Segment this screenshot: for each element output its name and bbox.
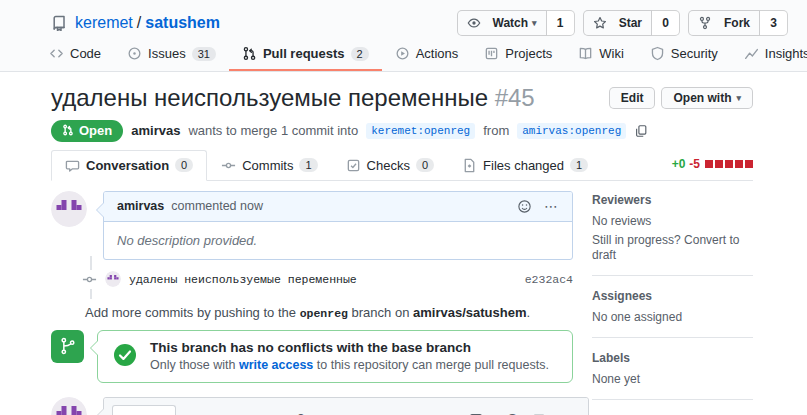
repo-actions: Watch ▾ 1 Star 0 [457,10,788,36]
labels-title[interactable]: Labels [592,351,753,365]
commit-message-link[interactable]: удалены неиспользуемые переменные [129,273,357,286]
nav-label: Actions [416,46,459,61]
tab-checks[interactable]: Checks 0 [332,150,448,181]
tab-files-changed[interactable]: Files changed 1 [448,150,602,181]
repo-header: keremet / satushem Watch ▾ 1 [0,0,807,72]
commit-icon [221,158,236,173]
project-icon [484,46,499,61]
timeline-column: amirvas commented now [51,191,573,415]
status-badge: Open [51,120,123,142]
pr-tabs: Conversation 0 Commits 1 Checks 0 Files … [51,150,753,181]
nav-label: Security [671,46,718,61]
write-access-link[interactable]: write access [239,358,313,372]
sidebar-section-labels: Labels None yet [592,349,753,400]
watch-count[interactable]: 1 [547,10,575,36]
graph-icon [744,46,759,61]
nav-tab-wiki[interactable]: Wiki [565,39,637,71]
diff-block [735,160,743,168]
merge-note-pre: Only those with [150,358,235,372]
star-label: Star [619,13,642,33]
repo-icon [51,15,67,31]
merge-status-note: Only those with write access to this rep… [150,358,558,372]
kebab-icon[interactable]: ⋯ [544,199,559,213]
pr-description-comment: amirvas commented now [51,191,573,260]
main-content: удалены неиспользуемые переменные #45 Ed… [0,72,807,415]
sidebar-section-reviewers: Reviewers No reviews Still in progress? … [592,191,753,276]
nav-tab-projects[interactable]: Projects [471,39,565,71]
pr-number: #45 [495,84,535,111]
commit-avatar[interactable] [105,271,121,287]
comment-body: No description provided. [104,222,572,259]
labels-empty: None yet [592,372,753,387]
commit-timeline: удалены неиспользуемые переменные e232ac… [51,260,573,297]
checks-icon [346,158,361,173]
page-title: удалены неиспользуемые переменные #45 [51,84,535,113]
nav-label: Wiki [599,46,624,61]
comment-editor: Write Preview H B I [51,397,573,415]
repo-owner-link[interactable]: keremet [75,14,133,32]
commit-sha-link[interactable]: e232ac4 [525,273,573,286]
head-ref-label: amirvas:openreg [517,123,626,139]
watch-label: Watch [493,13,529,33]
tab-label: Conversation [86,158,169,173]
git-branch-icon [51,330,84,363]
tab-label: Commits [242,158,293,173]
push-hint-branch: openreg [300,307,348,320]
merge-status: This branch has no conflicts with the ba… [51,330,573,383]
watch-button-group: Watch ▾ 1 [457,10,575,36]
comment-author-link[interactable]: amirvas [117,199,164,213]
reviewers-title[interactable]: Reviewers [592,193,753,207]
base-ref-label: keremet:openreg [366,123,475,139]
push-hint: Add more commits by pushing to the openr… [51,305,573,320]
smiley-icon[interactable] [517,199,532,214]
nav-label: Projects [505,46,552,61]
diff-block [725,160,733,168]
fork-button[interactable]: Fork [688,10,760,36]
tab-commits[interactable]: Commits 1 [207,150,331,181]
open-with-button[interactable]: Open with ▾ [661,87,753,109]
avatar[interactable] [51,397,87,415]
file-diff-icon [462,158,477,173]
nav-tab-actions[interactable]: Actions [382,39,472,71]
copy-icon[interactable] [634,124,648,138]
issue-icon [127,46,142,61]
comment-header-actions: ⋯ [517,199,559,214]
eye-icon [467,16,481,30]
nav-tab-pull-requests[interactable]: Pull requests 2 [229,39,382,71]
issues-counter: 31 [192,47,216,61]
tab-conversation[interactable]: Conversation 0 [51,150,207,181]
repo-name-link[interactable]: satushem [145,14,220,32]
editor-header: Write Preview H B I [104,398,588,415]
nav-tab-security[interactable]: Security [637,39,731,71]
nav-tab-insights[interactable]: Insights [731,39,807,71]
nav-tab-code[interactable]: Code [36,39,114,71]
diff-block [715,160,723,168]
comment-meta: commented now [171,199,263,213]
tab-preview[interactable]: Preview [176,407,252,415]
pull-requests-counter: 2 [351,47,369,61]
edit-button[interactable]: Edit [609,87,656,109]
fork-count[interactable]: 3 [760,10,788,36]
comment-icon [65,158,80,173]
diffstat: +0 -5 [672,157,753,180]
diff-deletions: -5 [689,157,700,171]
nav-label: Pull requests [263,46,345,61]
pr-author-link[interactable]: amirvas [131,123,180,138]
assignees-title[interactable]: Assignees [592,289,753,303]
star-button[interactable]: Star [583,10,652,36]
pr-status-row: Open amirvas wants to merge 1 commit int… [51,120,753,142]
pull-request-icon [62,124,74,136]
star-button-group: Star 0 [583,10,680,36]
tab-write[interactable]: Write [112,405,176,415]
nav-tab-issues[interactable]: Issues 31 [114,39,229,71]
nav-label: Code [70,46,101,61]
avatar[interactable] [51,191,87,227]
star-count[interactable]: 0 [652,10,680,36]
open-with-label: Open with [673,91,731,105]
tab-label: Files changed [483,158,564,173]
push-hint-post: . [526,305,530,320]
push-hint-mid: branch on [352,305,410,320]
pr-title-row: удалены неиспользуемые переменные #45 Ed… [51,84,753,113]
watch-button[interactable]: Watch ▾ [457,10,547,36]
comment-card: amirvas commented now [103,191,573,260]
